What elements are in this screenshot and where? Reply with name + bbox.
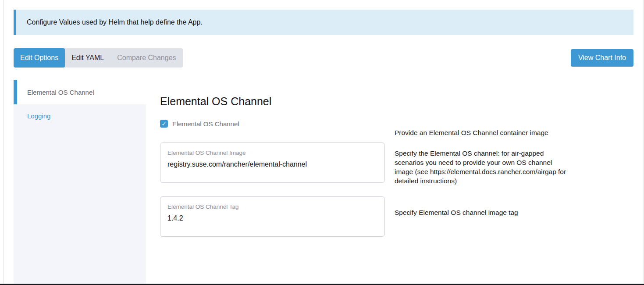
checkbox-label: Elemental OS Channel xyxy=(172,120,239,128)
section-title: Elemental OS Channel xyxy=(160,95,572,108)
checkbox-description: Provide an Elemental OS Channel containe… xyxy=(395,119,572,137)
window-frame-right-border xyxy=(643,0,644,284)
channel-image-field-label: Elemental OS Channel Image xyxy=(167,150,377,157)
channel-image-input[interactable] xyxy=(167,160,377,168)
channel-image-description: Specify the Elemental OS channel: for ai… xyxy=(395,142,572,185)
sidebar-item-label: Elemental OS Channel xyxy=(27,89,94,96)
view-chart-info-button[interactable]: View Chart Info xyxy=(571,49,633,67)
toolbar: Edit Options Edit YAML Compare Changes V… xyxy=(14,48,633,68)
checkbox-row: ✓ Elemental OS Channel Provide an Elemen… xyxy=(160,119,572,137)
channel-tag-input[interactable] xyxy=(167,214,377,222)
info-banner: Configure Values used by Helm that help … xyxy=(14,10,633,35)
channel-tag-description: Specify Elemental OS channel image tag xyxy=(395,196,572,237)
field-row: Elemental OS Channel Image Specify the E… xyxy=(160,142,572,185)
checkbox-checked-icon[interactable]: ✓ xyxy=(160,120,168,128)
checkbox-cell: ✓ Elemental OS Channel xyxy=(160,119,385,137)
helm-values-config-page: Configure Values used by Helm that help … xyxy=(0,0,644,285)
channel-tag-field-label: Elemental OS Channel Tag xyxy=(167,203,377,210)
sidebar-item-logging[interactable]: Logging xyxy=(14,104,146,127)
sidebar-item-label: Logging xyxy=(27,112,50,120)
form-section-sidebar: Elemental OS Channel Logging xyxy=(14,80,146,285)
tab-edit-yaml[interactable]: Edit YAML xyxy=(65,48,110,68)
field-cell: Elemental OS Channel Image xyxy=(160,142,385,185)
channel-image-field-box[interactable]: Elemental OS Channel Image xyxy=(160,142,385,183)
info-banner-text: Configure Values used by Helm that help … xyxy=(27,18,203,26)
tab-compare-changes-label: Compare Changes xyxy=(117,54,176,62)
main-area: Elemental OS Channel Logging Elemental O… xyxy=(14,80,633,285)
tab-edit-options-label: Edit Options xyxy=(20,54,58,62)
field-row: Elemental OS Channel Tag Specify Element… xyxy=(160,196,572,237)
sidebar-item-elemental-os-channel[interactable]: Elemental OS Channel xyxy=(14,80,146,104)
tab-edit-options[interactable]: Edit Options xyxy=(14,48,65,68)
checkmark-icon: ✓ xyxy=(162,121,167,127)
window-frame-left-border xyxy=(4,0,4,284)
tab-compare-changes[interactable]: Compare Changes xyxy=(110,48,182,68)
section-content: Elemental OS Channel ✓ Elemental OS Chan… xyxy=(160,80,572,285)
tab-edit-yaml-label: Edit YAML xyxy=(71,54,104,62)
channel-tag-field-box[interactable]: Elemental OS Channel Tag xyxy=(160,196,385,237)
field-cell: Elemental OS Channel Tag xyxy=(160,196,385,237)
elemental-os-channel-checkbox[interactable]: ✓ Elemental OS Channel xyxy=(160,119,385,128)
edit-mode-tabs: Edit Options Edit YAML Compare Changes xyxy=(14,48,183,68)
